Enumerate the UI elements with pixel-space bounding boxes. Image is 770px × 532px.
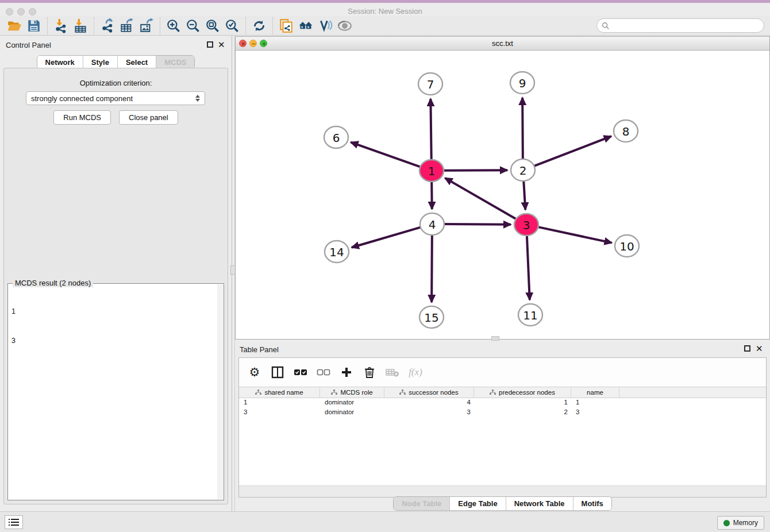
table-row[interactable]: 1 dominator 4 1 1 bbox=[239, 398, 766, 408]
toolbar-separator bbox=[47, 17, 48, 34]
graph-edge-3-11[interactable] bbox=[527, 236, 530, 300]
table-row[interactable]: 3 dominator 3 2 3 bbox=[239, 408, 766, 418]
cell-mcds-role[interactable]: dominator bbox=[320, 408, 384, 418]
table-header-row: shared name MCDS role successor nodes pr… bbox=[239, 387, 766, 398]
import-network-icon[interactable] bbox=[51, 17, 71, 34]
add-row-icon[interactable] bbox=[339, 365, 354, 380]
graph-edge-3-10[interactable] bbox=[538, 227, 612, 242]
graph-edge-2-3[interactable] bbox=[523, 182, 525, 210]
float-panel-icon[interactable] bbox=[207, 41, 213, 48]
refresh-layout-icon[interactable] bbox=[249, 17, 269, 34]
network-file-icon[interactable] bbox=[276, 17, 296, 34]
cell-successor-nodes[interactable]: 3 bbox=[384, 408, 474, 418]
cell-predecessor-nodes[interactable]: 1 bbox=[474, 398, 571, 408]
criterion-dropdown[interactable]: strongly connected component bbox=[26, 91, 205, 105]
node-table: ⚙ f(x) shared name MCDS role successor n… bbox=[238, 357, 767, 498]
toolbar-separator bbox=[245, 17, 246, 34]
criterion-value: strongly connected component bbox=[31, 94, 195, 103]
tree-icon bbox=[399, 390, 406, 395]
delete-row-icon[interactable] bbox=[362, 365, 377, 380]
close-panel-icon[interactable]: ✕ bbox=[218, 40, 225, 50]
control-panel-header: Control Panel ✕ bbox=[0, 38, 232, 53]
tab-select[interactable]: Select bbox=[118, 56, 156, 69]
tree-icon bbox=[255, 390, 261, 395]
zoom-selected-icon[interactable] bbox=[222, 17, 242, 34]
column-header-shared-name[interactable]: shared name bbox=[239, 387, 320, 398]
memory-button[interactable]: Memory bbox=[717, 516, 764, 530]
close-panel-button[interactable]: Close panel bbox=[119, 110, 178, 125]
save-session-icon[interactable] bbox=[24, 17, 44, 34]
graph-edge-2-9[interactable] bbox=[522, 98, 523, 159]
close-table-panel-icon[interactable]: ✕ bbox=[756, 344, 763, 354]
tab-motifs[interactable]: Motifs bbox=[573, 497, 611, 510]
column-header-name[interactable]: name bbox=[571, 387, 619, 398]
graph-edge-4-14[interactable] bbox=[352, 228, 421, 248]
graph-node-label: 11 bbox=[523, 309, 537, 322]
tab-style[interactable]: Style bbox=[83, 56, 118, 69]
graph-edge-2-8[interactable] bbox=[534, 136, 611, 166]
cell-successor-nodes[interactable]: 4 bbox=[384, 398, 474, 408]
export-image-icon[interactable] bbox=[137, 17, 156, 34]
tab-network-table[interactable]: Network Table bbox=[506, 497, 573, 510]
cell-shared-name[interactable]: 3 bbox=[239, 408, 320, 418]
table-hscrollbar[interactable] bbox=[239, 485, 766, 497]
mcds-result-lines: 1 3 bbox=[11, 287, 24, 365]
cell-name[interactable]: 3 bbox=[571, 408, 619, 418]
mcds-result-box: MCDS result (2 nodes) 1 3 bbox=[7, 283, 224, 500]
tree-icon bbox=[331, 390, 337, 395]
zoom-out-icon[interactable] bbox=[183, 17, 203, 34]
eye-icon[interactable] bbox=[335, 17, 355, 34]
function-icon[interactable]: f(x) bbox=[408, 365, 423, 380]
graph-node-label: 15 bbox=[424, 311, 438, 325]
search-input[interactable] bbox=[610, 20, 764, 32]
export-network-icon[interactable] bbox=[98, 17, 117, 34]
cell-shared-name[interactable]: 1 bbox=[239, 398, 320, 408]
cell-mcds-role[interactable]: dominator bbox=[320, 398, 384, 408]
graph-edge-4-3[interactable] bbox=[444, 224, 511, 225]
graph-node-label: 1 bbox=[428, 164, 436, 178]
delete-table-icon[interactable] bbox=[385, 365, 400, 380]
result-scrollbar[interactable] bbox=[217, 284, 223, 499]
zoom-in-icon[interactable] bbox=[164, 17, 183, 34]
home-icon[interactable] bbox=[296, 17, 315, 34]
tab-edge-table[interactable]: Edge Table bbox=[450, 497, 506, 510]
hide-details-icon[interactable] bbox=[315, 17, 335, 34]
cell-name[interactable]: 1 bbox=[571, 398, 619, 408]
network-graph[interactable]: 1234678910111415 bbox=[236, 51, 769, 339]
zoom-fit-icon[interactable] bbox=[203, 17, 222, 34]
status-bar: Memory bbox=[0, 511, 770, 532]
graph-edge-1-6[interactable] bbox=[351, 142, 420, 167]
network-window-titlebar[interactable]: scc.txt bbox=[236, 37, 769, 51]
tab-node-table[interactable]: Node Table bbox=[394, 497, 450, 510]
graph-edge-1-7[interactable] bbox=[430, 99, 431, 159]
column-header-mcds-role[interactable]: MCDS role bbox=[320, 387, 384, 398]
memory-status-icon bbox=[723, 520, 730, 526]
export-table-icon[interactable] bbox=[117, 17, 137, 34]
cell-predecessor-nodes[interactable]: 2 bbox=[474, 408, 571, 418]
column-header-successor-nodes[interactable]: successor nodes bbox=[384, 387, 474, 398]
settings-icon[interactable]: ⚙ bbox=[247, 365, 262, 380]
search-box[interactable] bbox=[596, 18, 764, 33]
tab-mcds[interactable]: MCDS bbox=[156, 56, 194, 69]
import-table-icon[interactable] bbox=[71, 17, 90, 34]
columns-icon[interactable] bbox=[270, 365, 285, 380]
deselect-all-icon[interactable] bbox=[316, 365, 331, 380]
network-canvas[interactable]: 1234678910111415 bbox=[236, 51, 769, 339]
toolbar-separator bbox=[160, 17, 160, 34]
tab-network[interactable]: Network bbox=[37, 56, 83, 69]
select-all-icon[interactable] bbox=[293, 365, 308, 380]
tree-icon bbox=[490, 390, 496, 395]
network-window-title: scc.txt bbox=[236, 39, 769, 48]
open-session-icon[interactable] bbox=[5, 17, 24, 34]
chevron-up-down-icon bbox=[195, 95, 200, 102]
graph-edge-1-2[interactable] bbox=[444, 170, 507, 171]
task-history-icon[interactable] bbox=[5, 515, 23, 529]
column-header-predecessor-nodes[interactable]: predecessor nodes bbox=[474, 387, 571, 398]
toolbar-separator bbox=[272, 17, 273, 34]
float-table-panel-icon[interactable] bbox=[744, 345, 750, 352]
table-toolbar: ⚙ f(x) bbox=[239, 358, 766, 387]
run-mcds-button[interactable]: Run MCDS bbox=[53, 110, 111, 125]
graph-edge-3-1[interactable] bbox=[445, 178, 515, 219]
horizontal-splitter-handle[interactable] bbox=[491, 336, 499, 341]
graph-edge-4-15[interactable] bbox=[432, 236, 432, 302]
